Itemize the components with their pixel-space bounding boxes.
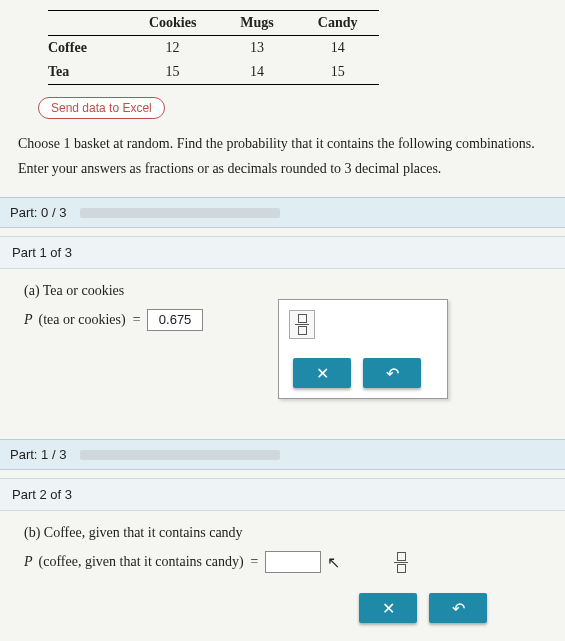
question-b-label: (b) Coffee, given that it contains candy: [24, 525, 541, 541]
data-table: Cookies Mugs Candy Coffee 12 13 14 Tea 1…: [48, 10, 379, 85]
equals: =: [132, 312, 141, 328]
prompt-text: Enter your answers as fractions or as de…: [18, 161, 345, 176]
fraction-den-icon: [397, 564, 406, 573]
col-mugs: Mugs: [218, 11, 295, 36]
answer-input-b[interactable]: [265, 551, 321, 573]
table-row: Coffee 12 13 14: [48, 36, 379, 61]
progress-bar: [80, 450, 280, 460]
clear-button[interactable]: ✕: [293, 358, 351, 388]
fraction-num-icon: [397, 552, 406, 561]
cursor-icon: ↖: [327, 553, 340, 572]
col-blank: [48, 11, 127, 36]
undo-button[interactable]: ↶: [363, 358, 421, 388]
row-coffee-label: Coffee: [48, 36, 127, 61]
prompt-text: decimal places.: [352, 161, 442, 176]
table-row: Tea 15 14 15: [48, 60, 379, 85]
undo-button[interactable]: ↶: [429, 593, 487, 623]
prompt-text: basket at random. Find the probability t…: [71, 136, 535, 151]
part-progress-1: Part: 1 / 3: [0, 439, 565, 470]
col-candy: Candy: [296, 11, 380, 36]
cell: 15: [127, 60, 218, 85]
fraction-button[interactable]: [289, 310, 315, 339]
event-desc: (coffee, given that it contains candy): [39, 554, 244, 570]
math-toolbox: ✕ ↶: [278, 299, 448, 399]
clear-button[interactable]: ✕: [359, 593, 417, 623]
cell: 12: [127, 36, 218, 61]
cell: 14: [296, 36, 380, 61]
fraction-bar-icon: [295, 324, 309, 325]
part-1-header: Part 1 of 3: [0, 236, 565, 269]
p-symbol: P: [24, 312, 33, 328]
fraction-num-icon: [298, 314, 307, 323]
cell: 14: [218, 60, 295, 85]
p-symbol: P: [24, 554, 33, 570]
part-2-header: Part 2 of 3: [0, 478, 565, 511]
prompt-text: Choose: [18, 136, 64, 151]
prompt-number: 3: [345, 161, 352, 176]
prompt-number: 1: [64, 136, 71, 151]
equals: =: [250, 554, 259, 570]
part-progress-0: Part: 0 / 3: [0, 197, 565, 228]
part-label: Part: 1 / 3: [10, 447, 66, 462]
fraction-button[interactable]: [392, 552, 410, 573]
cell: 15: [296, 60, 380, 85]
row-tea-label: Tea: [48, 60, 127, 85]
send-data-button[interactable]: Send data to Excel: [38, 97, 165, 119]
answer-input-a[interactable]: 0.675: [147, 309, 203, 331]
progress-bar: [80, 208, 280, 218]
fraction-bar-icon: [394, 562, 408, 563]
cell: 13: [218, 36, 295, 61]
part-label: Part: 0 / 3: [10, 205, 66, 220]
event-desc: (tea or cookies): [39, 312, 126, 328]
question-a-label: (a) Tea or cookies: [24, 283, 541, 299]
problem-prompt: Choose 1 basket at random. Find the prob…: [18, 131, 547, 181]
fraction-den-icon: [298, 326, 307, 335]
col-cookies: Cookies: [127, 11, 218, 36]
equation-b: P(coffee, given that it contains candy) …: [24, 551, 541, 573]
